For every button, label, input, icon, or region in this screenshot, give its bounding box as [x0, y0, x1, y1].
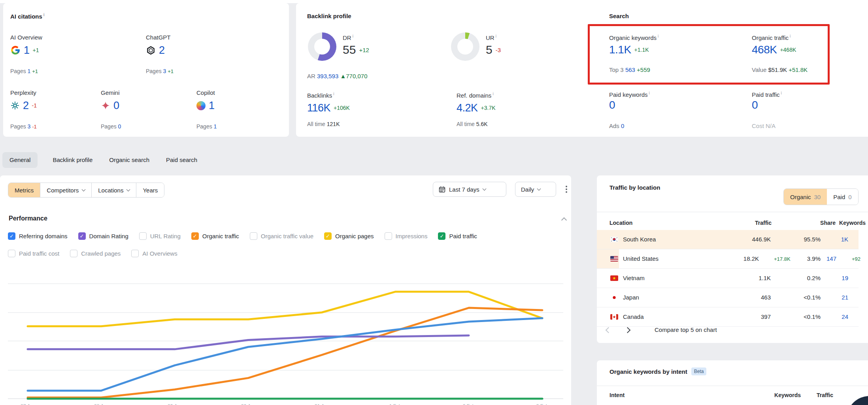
- pages-value[interactable]: 3: [163, 68, 166, 74]
- checkbox-crawled-pages[interactable]: Crawled pages: [70, 250, 121, 257]
- checkbox-url-rating[interactable]: URL Rating: [139, 232, 181, 240]
- col-header-location[interactable]: Location: [609, 220, 632, 226]
- performance-panel: Metrics Competitors Locations Years Last…: [0, 175, 571, 405]
- col-header-tr[interactable]: Traffic: [817, 392, 833, 398]
- location-row-south-korea[interactable]: South Korea 446.9K 95.5% 1K: [597, 230, 859, 249]
- checkbox-paid-traffic[interactable]: ✓Paid traffic: [438, 232, 477, 240]
- more-options-button[interactable]: [563, 184, 570, 194]
- checkbox-organic-traffic[interactable]: ✓Organic traffic: [191, 232, 239, 240]
- organic-paid-toggle: Organic30 Paid0: [783, 188, 859, 205]
- location-row-canada[interactable]: Canada 397 <0.1% 24: [597, 307, 859, 327]
- col-header-share[interactable]: Share: [820, 220, 836, 226]
- gemini-icon: [101, 101, 110, 110]
- col-header-keywords[interactable]: Keywords: [839, 220, 866, 226]
- organic-traffic-value[interactable]: 468K: [752, 43, 777, 56]
- tab-paid-search[interactable]: Paid search: [164, 152, 199, 168]
- col-header-traffic[interactable]: Traffic: [755, 220, 772, 226]
- country-name: Japan: [623, 294, 639, 301]
- svg-text:28 Jan: 28 Jan: [94, 403, 108, 405]
- organic-keywords-value[interactable]: 1.1K: [609, 43, 631, 56]
- col-header-kw[interactable]: Keywords: [774, 392, 801, 398]
- svg-text:1 Feb: 1 Feb: [389, 403, 402, 405]
- keywords-link[interactable]: 21: [842, 294, 848, 301]
- keywords-link[interactable]: 1K: [841, 236, 848, 243]
- info-icon[interactable]: i: [43, 13, 45, 17]
- metrics-button[interactable]: Metrics: [8, 183, 40, 197]
- ar-value[interactable]: 393,593: [317, 73, 338, 79]
- info-icon[interactable]: i: [496, 34, 496, 38]
- ur-value-row: 5 -3: [486, 43, 501, 57]
- copilot-pages: Pages 1: [196, 123, 217, 130]
- tab-backlink-profile[interactable]: Backlink profile: [51, 152, 94, 168]
- info-icon[interactable]: i: [353, 34, 353, 38]
- checkbox-organic-traffic-value[interactable]: Organic traffic value: [250, 232, 313, 240]
- competitors-dropdown[interactable]: Competitors: [40, 183, 92, 197]
- keywords-link[interactable]: 19: [842, 275, 848, 281]
- paid-keywords-label: Paid keywordsi: [609, 91, 650, 98]
- ai-overview-value[interactable]: 1: [24, 44, 30, 57]
- date-range-dropdown[interactable]: Last 7 days: [433, 182, 506, 197]
- collapse-chevron-icon[interactable]: [561, 217, 567, 223]
- backlinks-value[interactable]: 116K: [307, 102, 330, 114]
- dr-value: 55: [343, 43, 356, 57]
- paid-traffic-value[interactable]: 0: [752, 99, 758, 111]
- copilot-value[interactable]: 1: [209, 100, 215, 112]
- info-icon[interactable]: i: [790, 34, 791, 38]
- info-icon[interactable]: i: [781, 91, 782, 95]
- checkbox-ai-overviews[interactable]: AI Overviews: [131, 250, 177, 257]
- tab-general[interactable]: General: [2, 152, 38, 168]
- keywords-link[interactable]: 147: [826, 255, 836, 262]
- granularity-dropdown[interactable]: Daily: [515, 182, 556, 197]
- ur-label: URi: [486, 34, 496, 41]
- checkbox-referring-domains[interactable]: ✓Referring domains: [8, 232, 68, 240]
- backlink-search-card: Backlink profile DRi 55 +12 AR 393,593 ▲…: [296, 3, 868, 137]
- checkbox-domain-rating[interactable]: ✓Domain Rating: [78, 232, 128, 240]
- gemini-value[interactable]: 0: [113, 100, 119, 112]
- years-button[interactable]: Years: [136, 183, 164, 197]
- next-page-chevron-icon[interactable]: [625, 327, 631, 333]
- toggle-organic[interactable]: Organic30: [784, 189, 827, 205]
- pages-value[interactable]: 1: [214, 123, 217, 130]
- checkbox-impressions[interactable]: Impressions: [385, 232, 428, 240]
- pages-value[interactable]: 0: [118, 123, 121, 130]
- backlinks-label: Backlinksi: [307, 92, 334, 99]
- pages-value[interactable]: 3: [28, 123, 31, 130]
- checkbox-organic-pages[interactable]: ✓Organic pages: [324, 232, 374, 240]
- compare-top5-label: Compare top 5 on chart: [655, 326, 717, 333]
- ref-domains-value[interactable]: 4.2K: [457, 102, 478, 114]
- info-icon[interactable]: i: [492, 92, 493, 96]
- location-row-japan[interactable]: Japan 463 <0.1% 21: [597, 288, 859, 307]
- ads-value[interactable]: 0: [621, 122, 624, 129]
- info-icon[interactable]: i: [333, 92, 334, 96]
- paid-traffic-value-row: 0: [752, 99, 758, 111]
- info-icon[interactable]: i: [649, 91, 650, 95]
- location-row-vietnam[interactable]: Vietnam 1.1K 0.2% 19: [597, 269, 859, 288]
- top3-value[interactable]: 563: [625, 66, 635, 73]
- locations-dropdown[interactable]: Locations: [92, 183, 136, 197]
- chevron-down-icon: [482, 186, 486, 190]
- keywords-link[interactable]: 24: [842, 313, 848, 320]
- toggle-paid[interactable]: Paid0: [827, 189, 858, 205]
- info-icon[interactable]: i: [658, 34, 659, 38]
- chatgpt-value[interactable]: 2: [159, 44, 165, 57]
- dr-donut-chart: [308, 32, 336, 61]
- chatgpt-pages: Pages 3 +1: [146, 68, 174, 74]
- ai-citations-title: AI citationsi: [10, 13, 45, 20]
- col-header-intent[interactable]: Intent: [609, 392, 625, 398]
- svg-text:31 Jan: 31 Jan: [315, 403, 329, 405]
- paid-keywords-value[interactable]: 0: [609, 99, 615, 111]
- traffic-value-line: Value $51.9K +51.8K: [752, 66, 808, 73]
- paid-keywords-value-row: 0: [609, 99, 615, 111]
- prev-page-chevron-icon[interactable]: [606, 327, 612, 333]
- dr-label: DRi: [343, 34, 353, 41]
- perplexity-value[interactable]: 2: [23, 100, 29, 112]
- tab-organic-search[interactable]: Organic search: [108, 152, 151, 168]
- backlinks-value-row: 116K +106K: [307, 101, 350, 115]
- checkbox-paid-traffic-cost[interactable]: Paid traffic cost: [8, 250, 59, 257]
- organic-traffic-delta: +468K: [780, 47, 796, 53]
- pages-value[interactable]: 1: [28, 68, 31, 74]
- location-row-united-states[interactable]: United States 18.2K +17.8K 3.9% 147 +92: [597, 249, 859, 269]
- flag-japan-icon: [610, 295, 618, 300]
- share-value: 95.5%: [804, 236, 821, 243]
- ahrefs-rank-line: AR 393,593 ▲770,070: [307, 73, 368, 79]
